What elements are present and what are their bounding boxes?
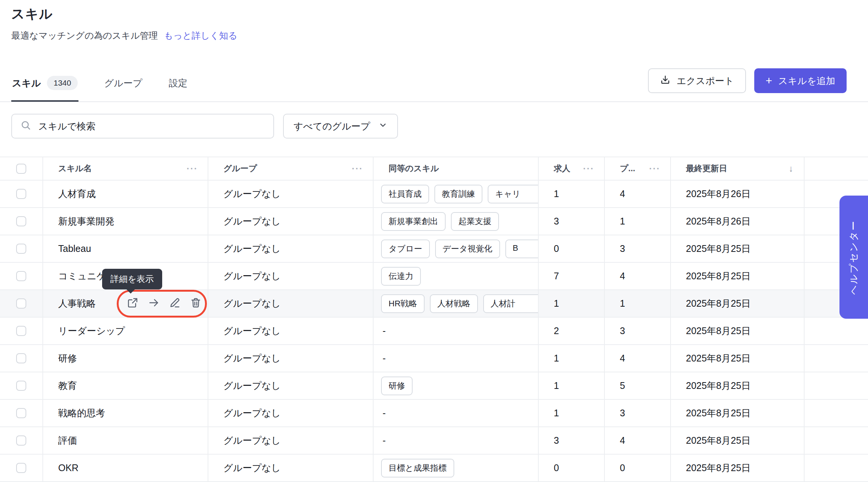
p-count-cell: 3 bbox=[605, 318, 671, 344]
row-checkbox[interactable] bbox=[16, 353, 26, 363]
add-skill-button[interactable]: + スキルを追加 bbox=[754, 68, 847, 93]
skill-search[interactable] bbox=[11, 114, 274, 139]
skill-name-cell: Tableau bbox=[43, 235, 208, 262]
learn-more-link[interactable]: もっと詳しく知る bbox=[164, 30, 237, 41]
row-checkbox[interactable] bbox=[16, 298, 26, 309]
tab-settings[interactable]: 設定 bbox=[168, 66, 188, 102]
tabbar: スキル 1340 グループ 設定 bbox=[11, 66, 188, 102]
row-checkbox[interactable] bbox=[16, 271, 26, 281]
sort-descending-icon[interactable]: ↓ bbox=[789, 164, 794, 173]
spacer-cell bbox=[805, 345, 868, 372]
skill-name-cell: リーダーシップ bbox=[43, 318, 208, 344]
group-cell: グループなし bbox=[208, 345, 374, 372]
column-label-last-updated: 最終更新日 bbox=[671, 163, 727, 174]
select-all-checkbox[interactable] bbox=[16, 164, 26, 174]
table-row[interactable]: 人材育成グループなし社員育成教育訓練キャリ142025年8月26日 bbox=[0, 181, 868, 208]
column-menu-icon[interactable]: ··· bbox=[649, 164, 660, 173]
equivalent-skills-cell: - bbox=[374, 318, 539, 344]
group-cell: グループなし bbox=[208, 318, 374, 344]
equivalent-skill-chip: 伝達力 bbox=[381, 267, 421, 286]
row-checkbox[interactable] bbox=[16, 435, 26, 446]
row-checkbox[interactable] bbox=[16, 326, 26, 336]
skill-name-cell: 研修 bbox=[43, 345, 208, 372]
equivalent-skills-cell: 新規事業創出起業支援 bbox=[374, 208, 539, 235]
table-row[interactable]: 教育グループなし研修152025年8月25日 bbox=[0, 372, 868, 400]
p-count-cell: 0 bbox=[605, 455, 671, 481]
export-button[interactable]: エクスポート bbox=[648, 68, 746, 93]
spacer-cell bbox=[805, 427, 868, 454]
spacer-cell bbox=[805, 318, 868, 344]
row-checkbox-cell bbox=[0, 181, 43, 207]
row-checkbox[interactable] bbox=[16, 189, 26, 199]
row-checkbox[interactable] bbox=[16, 463, 26, 473]
tab-groups-label: グループ bbox=[104, 77, 142, 89]
jobs-count-cell: 1 bbox=[539, 290, 605, 317]
empty-value: - bbox=[374, 353, 386, 364]
tab-groups[interactable]: グループ bbox=[103, 66, 143, 102]
p-count-cell: 1 bbox=[605, 208, 671, 235]
delete-trash-icon[interactable] bbox=[190, 297, 202, 309]
search-icon bbox=[20, 120, 32, 133]
column-menu-icon[interactable]: ··· bbox=[583, 164, 594, 173]
group-filter-dropdown[interactable]: すべてのグループ bbox=[283, 114, 398, 139]
equivalent-skill-chip: タブロー bbox=[381, 239, 430, 258]
p-count-cell: 3 bbox=[605, 235, 671, 262]
jobs-count-cell: 2 bbox=[539, 318, 605, 344]
skills-page: スキル 最適なマッチングの為のスキル管理 もっと詳しく知る スキル 1340 グ… bbox=[0, 0, 868, 482]
table-row[interactable]: OKRグループなし目標と成果指標002025年8月25日 bbox=[0, 455, 868, 482]
search-input[interactable] bbox=[38, 121, 265, 132]
column-menu-icon[interactable]: ··· bbox=[352, 164, 363, 173]
jobs-count-cell: 1 bbox=[539, 345, 605, 372]
equivalent-skill-chip: 教育訓練 bbox=[434, 185, 482, 203]
row-checkbox[interactable] bbox=[16, 381, 26, 391]
row-checkbox[interactable] bbox=[16, 216, 26, 226]
add-skill-button-label: スキルを追加 bbox=[778, 75, 835, 87]
equivalent-skill-chip: HR戦略 bbox=[381, 294, 425, 313]
p-count-cell: 4 bbox=[605, 263, 671, 289]
equivalent-skill-chip: データ視覚化 bbox=[435, 239, 500, 258]
row-checkbox[interactable] bbox=[16, 408, 26, 418]
header-cell-last-updated: 最終更新日 ↓ bbox=[671, 157, 805, 180]
row-checkbox-cell bbox=[0, 263, 43, 289]
skills-count-badge: 1340 bbox=[47, 76, 78, 90]
tab-skills[interactable]: スキル 1340 bbox=[11, 66, 78, 102]
move-arrow-right-icon[interactable] bbox=[148, 297, 160, 309]
edit-pencil-icon[interactable] bbox=[169, 297, 181, 309]
skill-name-cell: OKR bbox=[43, 455, 208, 481]
empty-value: - bbox=[374, 408, 386, 419]
equivalent-skills-cell: 伝達力 bbox=[374, 263, 539, 289]
equivalent-skills-cell: - bbox=[374, 400, 539, 426]
group-cell: グループなし bbox=[208, 400, 374, 426]
last-updated-cell: 2025年8月25日 bbox=[671, 318, 805, 344]
open-details-icon[interactable] bbox=[127, 297, 139, 309]
last-updated-cell: 2025年8月25日 bbox=[671, 345, 805, 372]
row-checkbox[interactable] bbox=[16, 244, 26, 254]
help-center-label: ヘルプセンター bbox=[848, 220, 860, 295]
tab-skills-label: スキル bbox=[12, 77, 41, 89]
filter-row: すべてのグループ bbox=[11, 114, 398, 139]
last-updated-cell: 2025年8月25日 bbox=[671, 455, 805, 481]
table-row[interactable]: 評価グループなし-342025年8月25日 bbox=[0, 427, 868, 455]
table-header-row: スキル名 ··· グループ ··· 同等のスキル 求人 ··· プ... ···… bbox=[0, 157, 868, 181]
equivalent-skills-cell: 研修 bbox=[374, 372, 539, 399]
equivalent-skill-chip: 人材計 bbox=[483, 294, 539, 313]
row-checkbox-cell bbox=[0, 208, 43, 235]
last-updated-cell: 2025年8月25日 bbox=[671, 263, 805, 289]
jobs-count-cell: 1 bbox=[539, 181, 605, 207]
spacer-cell bbox=[805, 455, 868, 481]
p-count-cell: 4 bbox=[605, 427, 671, 454]
table-row[interactable]: 新規事業開発グループなし新規事業創出起業支援312025年8月26日 bbox=[0, 208, 868, 235]
help-center-tab[interactable]: ヘルプセンター bbox=[839, 196, 868, 319]
table-row[interactable]: 戦略的思考グループなし-132025年8月25日 bbox=[0, 400, 868, 427]
header-actions: エクスポート + スキルを追加 bbox=[648, 68, 847, 93]
equivalent-skill-chip: 人材戦略 bbox=[430, 294, 478, 313]
p-count-cell: 4 bbox=[605, 345, 671, 372]
jobs-count-cell: 0 bbox=[539, 235, 605, 262]
details-tooltip: 詳細を表示 bbox=[102, 269, 162, 289]
table-row[interactable]: リーダーシップグループなし-232025年8月25日 bbox=[0, 318, 868, 345]
table-row[interactable]: 研修グループなし-142025年8月25日 bbox=[0, 345, 868, 372]
page-header: スキル 最適なマッチングの為のスキル管理 もっと詳しく知る bbox=[0, 0, 868, 42]
column-menu-icon[interactable]: ··· bbox=[187, 164, 198, 173]
table-row[interactable]: Tableauグループなしタブローデータ視覚化B032025年8月25日 bbox=[0, 235, 868, 263]
column-label-equivalent-skills: 同等のスキル bbox=[374, 163, 439, 174]
